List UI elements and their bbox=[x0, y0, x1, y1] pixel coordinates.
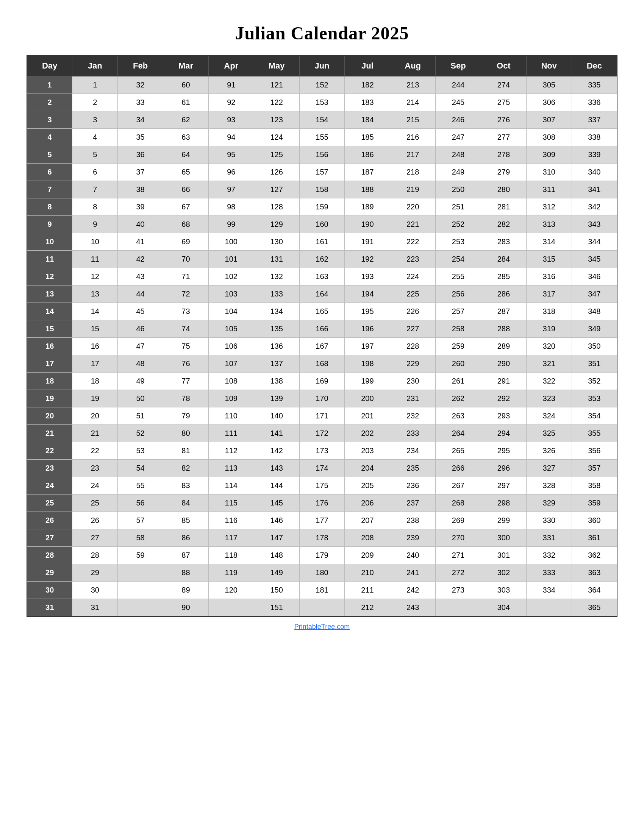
table-row: 17174876107137168198229260290321351 bbox=[27, 355, 617, 373]
julian-day-value: 201 bbox=[345, 407, 390, 425]
day-number: 11 bbox=[27, 251, 72, 268]
julian-day-value: 227 bbox=[390, 320, 436, 338]
day-number: 2 bbox=[27, 94, 72, 111]
julian-day-value: 106 bbox=[208, 338, 254, 355]
julian-day-value: 232 bbox=[390, 407, 436, 425]
column-header-aug: Aug bbox=[390, 55, 436, 77]
julian-day-value: 263 bbox=[436, 407, 481, 425]
table-row: 26265785116146177207238269299330360 bbox=[27, 512, 617, 529]
julian-day-value: 49 bbox=[118, 373, 163, 390]
julian-day-value: 102 bbox=[208, 268, 254, 286]
julian-day-value: 280 bbox=[481, 181, 526, 198]
table-row: 28285987118148179209240271301332362 bbox=[27, 547, 617, 564]
julian-day-value: 61 bbox=[163, 94, 209, 111]
table-row: 18184977108138169199230261291322352 bbox=[27, 373, 617, 390]
julian-day-value: 67 bbox=[163, 198, 209, 216]
julian-day-value: 50 bbox=[118, 390, 163, 407]
table-row: 25255684115145176206237268298329359 bbox=[27, 495, 617, 512]
julian-day-value: 264 bbox=[436, 425, 481, 442]
julian-day-value: 43 bbox=[118, 268, 163, 286]
julian-day-value: 233 bbox=[390, 425, 436, 442]
julian-day-value: 287 bbox=[481, 303, 526, 320]
julian-day-value: 365 bbox=[572, 599, 617, 617]
julian-day-value: 283 bbox=[481, 233, 526, 251]
julian-day-value: 199 bbox=[345, 373, 390, 390]
julian-day-value: 110 bbox=[208, 407, 254, 425]
footer-link[interactable]: PrintableTree.com bbox=[295, 623, 349, 631]
julian-day-value: 52 bbox=[118, 425, 163, 442]
day-number: 31 bbox=[27, 599, 72, 617]
julian-day-value: 344 bbox=[572, 233, 617, 251]
julian-day-value: 323 bbox=[526, 390, 572, 407]
day-number: 28 bbox=[27, 547, 72, 564]
julian-day-value: 346 bbox=[572, 268, 617, 286]
julian-day-value: 18 bbox=[72, 373, 118, 390]
julian-day-value: 293 bbox=[481, 407, 526, 425]
julian-day-value: 59 bbox=[118, 547, 163, 564]
julian-day-value: 353 bbox=[572, 390, 617, 407]
day-number: 21 bbox=[27, 425, 72, 442]
julian-day-value: 308 bbox=[526, 129, 572, 146]
julian-day-value: 166 bbox=[299, 320, 345, 338]
julian-day-value: 272 bbox=[436, 564, 481, 582]
table-row: 22225381112142173203234265295326356 bbox=[27, 442, 617, 460]
julian-day-value: 69 bbox=[163, 233, 209, 251]
julian-day-value: 330 bbox=[526, 512, 572, 529]
julian-day-value: 300 bbox=[481, 529, 526, 547]
julian-day-value: 219 bbox=[390, 181, 436, 198]
julian-day-value: 334 bbox=[526, 582, 572, 599]
julian-day-value: 192 bbox=[345, 251, 390, 268]
table-row: 88396798128159189220251281312342 bbox=[27, 198, 617, 216]
julian-day-value: 175 bbox=[299, 477, 345, 495]
column-header-jul: Jul bbox=[345, 55, 390, 77]
julian-day-value: 356 bbox=[572, 442, 617, 460]
julian-day-value: 276 bbox=[481, 111, 526, 129]
julian-day-value: 58 bbox=[118, 529, 163, 547]
day-number: 14 bbox=[27, 303, 72, 320]
julian-day-value: 337 bbox=[572, 111, 617, 129]
julian-day-value: 258 bbox=[436, 320, 481, 338]
julian-day-value: 101 bbox=[208, 251, 254, 268]
julian-day-value: 57 bbox=[118, 512, 163, 529]
julian-day-value: 281 bbox=[481, 198, 526, 216]
julian-day-value bbox=[436, 599, 481, 617]
column-header-may: May bbox=[254, 55, 299, 77]
table-row: 15154674105135166196227258288319349 bbox=[27, 320, 617, 338]
julian-day-value: 289 bbox=[481, 338, 526, 355]
julian-day-value: 123 bbox=[254, 111, 299, 129]
julian-day-value: 80 bbox=[163, 425, 209, 442]
julian-day-value: 33 bbox=[118, 94, 163, 111]
julian-day-value: 2 bbox=[72, 94, 118, 111]
julian-day-value: 73 bbox=[163, 303, 209, 320]
julian-day-value: 297 bbox=[481, 477, 526, 495]
julian-day-value: 268 bbox=[436, 495, 481, 512]
julian-day-value: 221 bbox=[390, 216, 436, 233]
julian-day-value: 335 bbox=[572, 77, 617, 94]
julian-day-value: 163 bbox=[299, 268, 345, 286]
julian-day-value: 305 bbox=[526, 77, 572, 94]
julian-day-value: 247 bbox=[436, 129, 481, 146]
julian-day-value: 225 bbox=[390, 286, 436, 303]
table-row: 22336192122153183214245275306336 bbox=[27, 94, 617, 111]
julian-day-value: 261 bbox=[436, 373, 481, 390]
julian-day-value: 133 bbox=[254, 286, 299, 303]
julian-day-value: 213 bbox=[390, 77, 436, 94]
day-number: 25 bbox=[27, 495, 72, 512]
julian-day-value bbox=[118, 599, 163, 617]
julian-day-value: 24 bbox=[72, 477, 118, 495]
julian-day-value: 161 bbox=[299, 233, 345, 251]
julian-day-value: 29 bbox=[72, 564, 118, 582]
day-number: 20 bbox=[27, 407, 72, 425]
julian-day-value: 109 bbox=[208, 390, 254, 407]
julian-day-value: 270 bbox=[436, 529, 481, 547]
julian-day-value: 9 bbox=[72, 216, 118, 233]
julian-day-value: 121 bbox=[254, 77, 299, 94]
julian-day-value: 55 bbox=[118, 477, 163, 495]
julian-day-value: 99 bbox=[208, 216, 254, 233]
julian-day-value: 16 bbox=[72, 338, 118, 355]
julian-day-value bbox=[118, 564, 163, 582]
julian-day-value: 235 bbox=[390, 460, 436, 477]
julian-day-value: 250 bbox=[436, 181, 481, 198]
julian-day-value: 44 bbox=[118, 286, 163, 303]
julian-day-value: 151 bbox=[254, 599, 299, 617]
